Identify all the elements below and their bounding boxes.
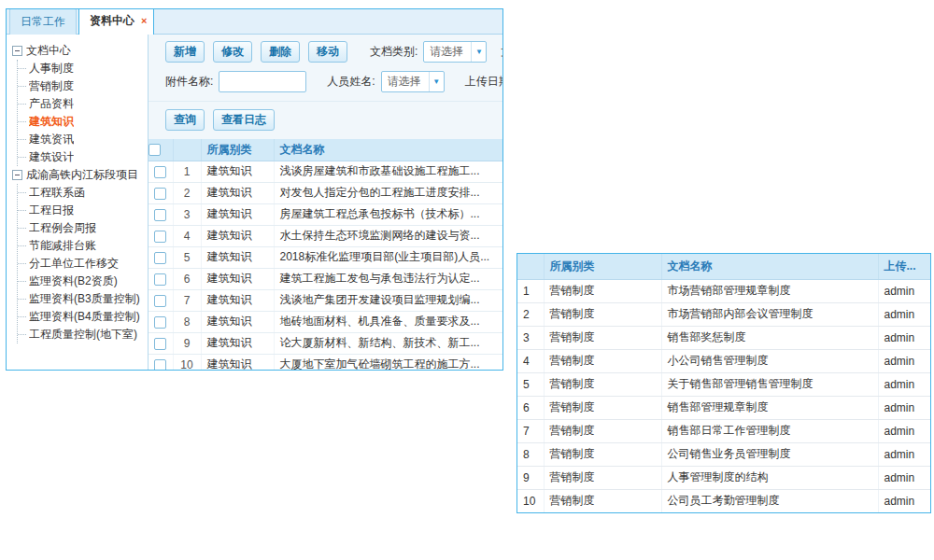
marketing-row[interactable]: 8营销制度公司销售业务员管理制度admin [517,442,930,466]
tree-node[interactable]: 建筑资讯 [18,131,146,148]
tree-node-root[interactable]: 成渝高铁内江标段项目 [12,166,146,184]
row-doc-name: 地砖地面材料、机具准备、质量要求及... [274,311,502,332]
tree-node[interactable]: 节能减排台账 [18,237,146,255]
tree-node[interactable]: 监理资料(B2资质) [18,273,146,290]
marketing-row[interactable]: 2营销制度市场营销部内部会议管理制度admin [517,302,930,326]
document-row[interactable]: 6建筑知识建筑工程施工发包与承包违法行为认定... [149,268,502,289]
document-row[interactable]: 3建筑知识房屋建筑工程总承包投标书（技术标）... [149,203,502,225]
row-doc-name: 论大厦新材料、新结构、新技术、新工... [274,332,502,354]
tree-node[interactable]: 工程日报 [18,202,146,219]
document-table: 所属别类 文档名称 1建筑知识浅谈房屋建筑和市政基础设施工程施工...2建筑知识… [149,139,502,370]
attachment-input[interactable] [219,71,306,92]
name-column-header: 文档名称 [274,139,502,161]
row-number: 9 [517,466,544,489]
document-row[interactable]: 8建筑知识地砖地面材料、机具准备、质量要求及... [149,311,502,332]
tree-node-label: 工程质量控制(地下室) [29,327,137,343]
row-checkbox[interactable] [154,316,166,329]
tree-node[interactable]: 建筑设计 [18,148,146,166]
document-row[interactable]: 7建筑知识浅谈地产集团开发建设项目监理规划编... [149,289,502,311]
tree-node-label: 监理资料(B2资质) [29,273,118,289]
chevron-down-icon: ▼ [429,72,444,91]
row-category: 建筑知识 [201,182,274,203]
tree-node[interactable]: 分工单位工作移交 [18,255,146,273]
row-uploader: admin [878,489,930,512]
row-checkbox[interactable] [154,209,166,221]
query-button[interactable]: 查询 [165,109,205,131]
row-category: 营销制度 [544,442,661,466]
tree-node-root[interactable]: 文档中心 [12,42,146,60]
marketing-row[interactable]: 5营销制度关于销售部管理销售管理制度admin [517,372,930,396]
row-category: 建筑知识 [201,354,274,370]
document-row[interactable]: 5建筑知识2018标准化监理项目部(业主项目部)人员... [149,246,502,268]
tab-data-center[interactable]: 资料中心 × [78,8,154,35]
tree-node[interactable]: 工程例会周报 [18,219,146,237]
row-number: 3 [517,326,544,349]
marketing-row[interactable]: 4营销制度小公司销售管理制度admin [517,349,930,372]
row-number: 8 [517,442,544,466]
tree-node[interactable]: 建筑知识 [18,113,146,131]
row-uploader: admin [878,279,930,302]
doc-name-label-clipped: 文档 [501,44,502,60]
query-row: 查询 查看日志 [149,101,502,139]
row-number: 10 [517,489,544,512]
collapse-icon[interactable] [12,170,22,180]
tree-connector-line [18,86,26,87]
tree-connector-line [18,139,26,140]
row-checkbox[interactable] [154,359,166,370]
marketing-row[interactable]: 9营销制度人事管理制度的结构admin [517,466,930,489]
chevron-down-icon: ▼ [471,42,486,62]
document-row[interactable]: 2建筑知识对发包人指定分包的工程施工进度安排... [149,182,502,203]
row-checkbox[interactable] [154,338,166,350]
move-button[interactable]: 移动 [308,41,347,63]
row-checkbox[interactable] [154,166,166,178]
document-row[interactable]: 9建筑知识论大厦新材料、新结构、新技术、新工... [149,332,502,354]
delete-button[interactable]: 删除 [261,41,300,63]
marketing-row[interactable]: 6营销制度销售部管理规章制度admin [517,396,930,419]
collapse-icon[interactable] [12,46,22,56]
marketing-row[interactable]: 10营销制度公司员工考勤管理制度admin [517,489,930,512]
add-button[interactable]: 新增 [165,41,205,63]
tree-node[interactable]: 人事制度 [18,60,146,77]
select-all-checkbox[interactable] [149,144,161,156]
tree-node-label: 建筑资讯 [29,132,74,147]
tree-node[interactable]: 工程联系函 [18,184,146,202]
document-row[interactable]: 1建筑知识浅谈房屋建筑和市政基础设施工程施工... [149,161,502,182]
marketing-row[interactable]: 1营销制度市场营销部管理规章制度admin [517,279,930,302]
row-checkbox[interactable] [154,273,166,286]
tree-node[interactable]: 工程质量控制(地下室) [18,326,146,343]
row-number: 1 [173,161,201,182]
modify-button[interactable]: 修改 [213,41,252,63]
row-doc-name: 关于销售部管理销售管理制度 [661,372,878,396]
category-select[interactable]: 请选择 ▼ [423,41,487,63]
tree-node[interactable]: 监理资料(B4质量控制) [18,308,146,326]
row-doc-name: 市场营销部管理规章制度 [661,279,878,302]
tab-daily-work[interactable]: 日常工作 [9,8,77,35]
tree-connector-line [18,104,26,105]
tree-connector-line [18,281,26,282]
view-log-button[interactable]: 查看日志 [213,109,275,131]
number-column-header [517,254,544,279]
tree-node[interactable]: 营销制度 [18,77,146,95]
row-uploader: admin [878,349,930,372]
tree-connector-line [18,245,26,246]
marketing-row[interactable]: 3营销制度销售部奖惩制度admin [517,326,930,349]
document-row[interactable]: 4建筑知识水土保持生态环境监测网络的建设与资... [149,225,502,246]
close-tab-icon[interactable]: × [141,16,147,26]
row-checkbox[interactable] [154,295,166,307]
upload-date-label: 上传日期 [465,74,502,90]
tree-node-label: 工程例会周报 [29,220,96,236]
row-checkbox[interactable] [154,188,166,200]
tree-connector-line [18,157,26,158]
row-doc-name: 市场营销部内部会议管理制度 [661,302,878,326]
marketing-row[interactable]: 7营销制度销售部日常工作管理制度admin [517,419,930,442]
tree-connector-line [18,334,26,335]
tree-node[interactable]: 监理资料(B3质量控制) [18,290,146,308]
row-category: 建筑知识 [201,332,274,354]
toolbar-row: 新增 修改 删除 移动 文档类别: 请选择 ▼ 文档 [165,41,502,63]
document-row[interactable]: 10建筑知识大厦地下室加气砼墙砌筑工程的施工方... [149,354,502,370]
tree-node[interactable]: 产品资料 [18,95,146,113]
document-center-panel: 日常工作 资料中心 × 文档中心人事制度营销制度产品资料建筑知识建筑资讯建筑设计… [6,8,503,371]
row-checkbox[interactable] [154,252,166,264]
person-select[interactable]: 请选择 ▼ [381,71,445,92]
row-checkbox[interactable] [154,231,166,243]
